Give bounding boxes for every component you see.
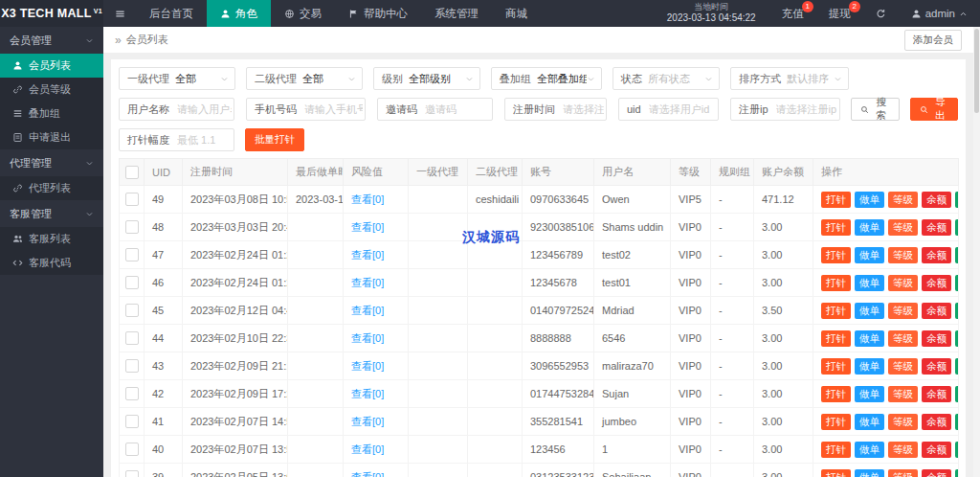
sidebar-toggle-button[interactable] [103, 0, 136, 27]
action-button-2[interactable]: 等级 [888, 219, 918, 236]
action-button-0[interactable]: 打针 [821, 303, 851, 319]
action-button-1[interactable]: 做单 [855, 442, 884, 458]
action-button-3[interactable]: 余额 [922, 219, 951, 236]
filter-select-2[interactable]: 级别全部级别 [373, 67, 480, 90]
inject-range-field[interactable]: 打针幅度 [119, 128, 234, 151]
risk-view-link[interactable]: 查看[0] [351, 360, 384, 372]
action-button-2[interactable]: 等级 [888, 303, 918, 319]
filter-field-input[interactable] [561, 102, 606, 116]
action-button-1[interactable]: 做单 [855, 414, 884, 430]
action-button-4[interactable]: 编辑 [955, 192, 959, 208]
action-button-2[interactable]: 等级 [888, 442, 918, 458]
sidebar-item-2-1[interactable]: 客服代码 [0, 251, 103, 275]
nav-item-2[interactable]: 交易 [271, 0, 335, 27]
action-button-4[interactable]: 编辑 [955, 330, 959, 347]
row-checkbox[interactable] [125, 470, 139, 477]
action-button-0[interactable]: 打针 [821, 247, 851, 263]
risk-view-link[interactable]: 查看[0] [351, 443, 384, 455]
action-button-0[interactable]: 打针 [821, 442, 851, 458]
action-button-1[interactable]: 做单 [855, 192, 884, 208]
export-button[interactable]: 导 出 [910, 98, 959, 121]
action-button-3[interactable]: 余额 [922, 358, 951, 375]
nav-item-4[interactable]: 系统管理 [421, 0, 492, 27]
risk-view-link[interactable]: 查看[0] [351, 193, 384, 205]
action-button-3[interactable]: 余额 [922, 414, 951, 430]
action-button-0[interactable]: 打针 [821, 192, 851, 208]
filter-select-3[interactable]: 叠加组全部叠加组 [491, 67, 602, 90]
action-button-1[interactable]: 做单 [855, 469, 884, 477]
action-button-2[interactable]: 等级 [888, 275, 918, 291]
action-button-0[interactable]: 打针 [821, 219, 851, 236]
action-button-2[interactable]: 等级 [888, 247, 918, 263]
action-button-3[interactable]: 余额 [922, 469, 951, 477]
action-button-3[interactable]: 余额 [922, 247, 951, 263]
sidebar-item-2-0[interactable]: 客服列表 [0, 227, 103, 251]
row-checkbox[interactable] [125, 276, 139, 289]
sidebar-item-0-0[interactable]: 会员列表 [0, 54, 103, 78]
action-button-0[interactable]: 打针 [821, 414, 851, 430]
filter-field-input[interactable] [774, 102, 839, 116]
action-button-0[interactable]: 打针 [821, 386, 851, 402]
action-button-2[interactable]: 等级 [888, 330, 918, 347]
risk-view-link[interactable]: 查看[0] [351, 277, 384, 288]
action-button-4[interactable]: 编辑 [955, 303, 959, 319]
action-button-4[interactable]: 编辑 [955, 414, 959, 430]
risk-view-link[interactable]: 查看[0] [351, 305, 384, 316]
filter-field-0[interactable]: 用户名称 [119, 98, 234, 121]
filter-field-input[interactable] [302, 102, 365, 116]
action-button-0[interactable]: 打针 [821, 275, 851, 291]
action-button-3[interactable]: 余额 [922, 330, 951, 347]
row-checkbox[interactable] [125, 248, 139, 261]
filter-select-1[interactable]: 二级代理全部 [246, 67, 363, 90]
sidebar-section-1[interactable]: 代理管理 [0, 149, 103, 176]
action-button-3[interactable]: 余额 [922, 275, 951, 291]
sidebar-section-0[interactable]: 会员管理 [0, 27, 103, 54]
nav-item-0[interactable]: 后台首页 [136, 0, 207, 27]
select-all-checkbox[interactable] [125, 166, 139, 179]
action-button-4[interactable]: 编辑 [955, 358, 959, 375]
action-button-4[interactable]: 编辑 [955, 275, 959, 291]
row-checkbox[interactable] [125, 359, 139, 373]
row-checkbox[interactable] [125, 415, 139, 428]
action-button-4[interactable]: 编辑 [955, 386, 959, 402]
batch-inject-button[interactable]: 批量打针 [245, 128, 304, 151]
row-checkbox[interactable] [125, 387, 139, 400]
action-button-2[interactable]: 等级 [888, 414, 918, 430]
row-checkbox[interactable] [125, 304, 139, 317]
action-button-4[interactable]: 编辑 [955, 247, 959, 263]
scrollbar-thumb[interactable] [974, 29, 979, 113]
action-button-0[interactable]: 打针 [821, 469, 851, 477]
filter-field-1[interactable]: 手机号码 [246, 98, 366, 121]
action-button-1[interactable]: 做单 [855, 303, 884, 319]
action-button-0[interactable]: 打针 [821, 358, 851, 375]
inject-range-input[interactable] [175, 133, 234, 147]
nav-item-3[interactable]: 帮助中心 [335, 0, 421, 27]
row-checkbox[interactable] [125, 220, 139, 234]
action-button-2[interactable]: 等级 [888, 469, 918, 477]
refresh-button[interactable] [863, 0, 899, 27]
action-button-2[interactable]: 等级 [888, 192, 918, 208]
filter-field-5[interactable]: 注册ip [730, 98, 840, 121]
filter-select-5[interactable]: 排序方式默认排序 [730, 67, 849, 90]
sidebar-item-0-1[interactable]: 会员等级 [0, 78, 103, 102]
action-button-2[interactable]: 等级 [888, 358, 918, 375]
filter-select-4[interactable]: 状态所有状态 [612, 67, 720, 90]
withdraw-menu-item[interactable]: 提现 2 [816, 0, 863, 27]
risk-view-link[interactable]: 查看[0] [351, 249, 384, 261]
action-button-4[interactable]: 编辑 [955, 469, 959, 477]
risk-view-link[interactable]: 查看[0] [351, 388, 384, 399]
nav-item-5[interactable]: 商城 [492, 0, 541, 27]
filter-field-3[interactable]: 注册时间 [504, 98, 607, 121]
action-button-1[interactable]: 做单 [855, 358, 884, 375]
action-button-3[interactable]: 余额 [922, 303, 951, 319]
filter-field-input[interactable] [175, 102, 234, 116]
filter-select-0[interactable]: 一级代理全部 [119, 67, 235, 90]
action-button-4[interactable]: 编辑 [955, 219, 959, 236]
action-button-3[interactable]: 余额 [922, 442, 951, 458]
filter-field-4[interactable]: uid [618, 98, 719, 121]
action-button-1[interactable]: 做单 [855, 386, 884, 402]
sidebar-section-2[interactable]: 客服管理 [0, 200, 103, 227]
search-button[interactable]: 搜 索 [851, 98, 900, 121]
add-member-button[interactable]: 添加会员 [904, 30, 962, 51]
filter-field-input[interactable] [647, 102, 718, 116]
